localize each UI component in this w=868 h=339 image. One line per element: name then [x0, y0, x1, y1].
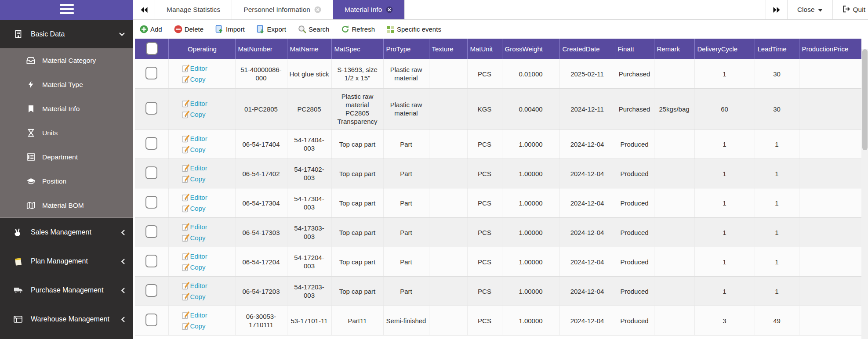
editor-link[interactable]: Editor [182, 251, 207, 262]
sidebar-item-material-bom[interactable]: Material BOM [0, 193, 133, 217]
tab-close-icon[interactable] [314, 6, 321, 13]
cell-matUnit: PCS [467, 277, 502, 306]
cell-operating: EditorCopy [168, 130, 235, 159]
editor-link[interactable]: Editor [182, 98, 207, 109]
operating-link-label: Copy [190, 291, 206, 302]
sidebar-group-warehouse-management[interactable]: Warehouse Management [0, 305, 133, 334]
column-header-matUnit[interactable]: MatUnit [467, 39, 502, 59]
tab-close-icon[interactable] [386, 6, 393, 13]
quit-label: Quit [853, 6, 865, 14]
editor-link[interactable]: Editor [182, 310, 207, 321]
export-button[interactable]: Export [257, 25, 286, 33]
tray-icon [26, 57, 35, 64]
table-row: EditorCopy06-54-1720454-17204-003Top cap… [135, 247, 861, 277]
column-header-productionPrice[interactable]: ProductionPrice [799, 39, 861, 59]
cell-productionPrice [799, 277, 861, 306]
copy-link[interactable]: Copy [182, 321, 206, 332]
column-header-operating[interactable]: Operating [168, 39, 235, 59]
editor-link[interactable]: Editor [182, 162, 207, 173]
copy-link[interactable]: Copy [182, 203, 206, 214]
sidebar-item-department[interactable]: Department [0, 145, 133, 169]
column-header-deliveryCycle[interactable]: DeliveryCycle [694, 39, 755, 59]
close-tabs-dropdown[interactable]: Close [788, 0, 833, 19]
import-button[interactable]: Import [215, 25, 245, 33]
sidebar-item-units[interactable]: Units [0, 121, 133, 145]
column-header-texture[interactable]: Texture [429, 39, 467, 59]
row-checkbox[interactable] [145, 255, 157, 267]
vertical-scrollbar[interactable] [861, 49, 868, 339]
add-button[interactable]: Add [140, 25, 162, 33]
copy-link[interactable]: Copy [182, 232, 206, 243]
column-header-matNumber[interactable]: MatNumber [235, 39, 287, 59]
sidebar-item-material-type[interactable]: Material Type [0, 72, 133, 97]
column-header-proType[interactable]: ProType [383, 39, 429, 59]
quit-button[interactable]: Quit [833, 0, 868, 19]
tabs-scroll-left-button[interactable] [133, 0, 155, 19]
cell-createdDate: 2024-12-04 [559, 188, 615, 218]
row-checkbox[interactable] [145, 314, 157, 326]
row-checkbox[interactable] [145, 225, 157, 238]
copy-link[interactable]: Copy [182, 291, 206, 302]
column-header-createdDate[interactable]: CreatedDate [559, 39, 615, 59]
building-icon [14, 30, 22, 38]
sidebar-item-material-category[interactable]: Material Category [0, 48, 133, 72]
sidebar-group-purchase-management[interactable]: Purchase Management [0, 276, 133, 305]
row-checkbox[interactable] [145, 102, 157, 115]
operating-link-label: Editor [190, 192, 207, 203]
sidebar-group-sales-management[interactable]: Sales Management [0, 218, 133, 247]
column-header-grossWeight[interactable]: GrossWeight [502, 39, 559, 59]
copy-link[interactable]: Copy [182, 144, 206, 155]
cell-leadTime: 1 [755, 188, 799, 218]
tabbar-spacer [405, 0, 766, 19]
column-header-select[interactable] [135, 39, 168, 59]
copy-link[interactable]: Copy [182, 173, 206, 184]
row-checkbox[interactable] [145, 196, 157, 209]
editor-link[interactable]: Editor [182, 63, 207, 74]
column-header-matSpec[interactable]: MatSpec [331, 39, 383, 59]
table-row: EditorCopy06-54-1720354-17203-003Top cap… [135, 277, 861, 306]
copy-link[interactable]: Copy [182, 74, 206, 85]
sidebar-toggle-button[interactable] [0, 0, 133, 20]
cell-texture [429, 306, 467, 335]
editor-link[interactable]: Editor [182, 280, 207, 291]
editor-link[interactable]: Editor [182, 192, 207, 203]
tabs-scroll-right-button[interactable] [766, 0, 788, 19]
tab-material-info[interactable]: Material Info [333, 0, 405, 19]
editor-link[interactable]: Editor [182, 133, 207, 144]
editor-link[interactable]: Editor [182, 221, 207, 232]
sidebar-group-plan-management[interactable]: Plan Management [0, 247, 133, 276]
cell-leadTime: 1 [755, 247, 799, 277]
column-header-leadTime[interactable]: LeadTime [755, 39, 799, 59]
select-all-checkbox[interactable] [146, 42, 158, 55]
copy-link[interactable]: Copy [182, 109, 206, 120]
cell-texture [429, 188, 467, 218]
cell-finatt: Produced [615, 130, 654, 159]
row-checkbox[interactable] [145, 137, 157, 150]
column-header-matName[interactable]: MatName [287, 39, 331, 59]
copy-link[interactable]: Copy [182, 262, 206, 273]
refresh-button[interactable]: Refresh [341, 25, 375, 33]
sidebar-group-label: Sales Management [31, 228, 121, 236]
delete-button[interactable]: Delete [174, 25, 203, 33]
column-header-finatt[interactable]: Finatt [615, 39, 654, 59]
scrollbar-thumb[interactable] [862, 49, 868, 150]
tab-manage-statistics[interactable]: Manage Statistics [155, 0, 232, 19]
sidebar-item-position[interactable]: Position [0, 169, 133, 193]
cell-productionPrice [799, 159, 861, 188]
cell-texture [429, 159, 467, 188]
pencil-icon [182, 252, 190, 260]
sidebar-group-basic-data[interactable]: Basic Data [0, 20, 133, 48]
cell-select [135, 159, 168, 188]
delete-icon [174, 25, 182, 33]
tab-personnel-information[interactable]: Personnel Information [232, 0, 333, 19]
sidebar-item-material-info[interactable]: Material Info [0, 97, 133, 121]
row-checkbox[interactable] [145, 166, 157, 179]
row-checkbox[interactable] [145, 284, 157, 297]
toolbar: AddDeleteImportExportSearchRefreshSpecif… [133, 20, 868, 39]
search-button[interactable]: Search [298, 25, 330, 33]
pencil-icon [182, 100, 190, 108]
column-header-remark[interactable]: Remark [654, 39, 694, 59]
row-checkbox[interactable] [145, 67, 157, 79]
pencil-icon [182, 146, 190, 154]
specific-events-button[interactable]: Specific events [387, 25, 441, 33]
